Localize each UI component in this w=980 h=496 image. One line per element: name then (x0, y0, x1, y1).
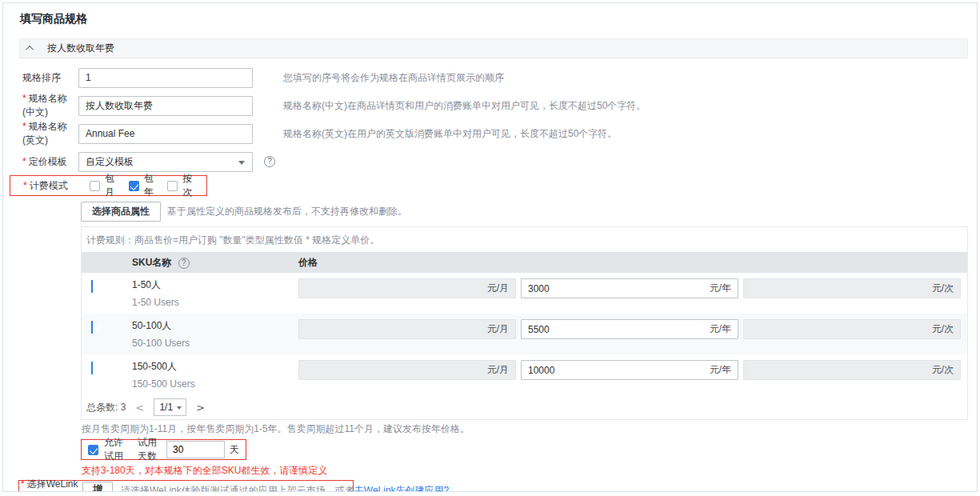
price-monthly-input-disabled: 元/月 (298, 319, 516, 339)
chevron-down-icon (238, 161, 245, 165)
sku-name-en: 150-500 Users (132, 378, 292, 390)
price-yearly-group: 元/年 (521, 278, 738, 298)
billing-option-yearly[interactable]: 包年 (129, 172, 158, 199)
pagination-page-value: 1/1 (159, 402, 173, 413)
trial-warning-text: 支持3-180天，对本规格下的全部SKU都生效，请谨慎定义 (82, 465, 968, 476)
price-yearly-input[interactable] (528, 365, 710, 376)
spec-panel-body: 规格排序 您填写的序号将会作为规格在商品详情页展示的顺序 规格名称(中文) 规格… (19, 58, 968, 492)
sku-table-header: SKU名称 ? 价格 (82, 252, 967, 273)
pricing-template-label: 定价模板 (22, 155, 78, 169)
price-yearly-group: 元/年 (521, 319, 738, 339)
sale-period-hint: 按月售卖周期为1-11月，按年售卖周期为1-5年。售卖周期超过11个月，建议发布… (82, 423, 968, 434)
welink-create-app-link[interactable]: 去WeLink先创建应用? (354, 485, 449, 492)
row-checkbox-checked-icon[interactable] (91, 280, 93, 293)
spec-order-hint: 您填写的序号将会作为规格在商品详情页展示的顺序 (283, 71, 504, 85)
trial-checkbox-checked-icon[interactable] (88, 445, 98, 455)
trial-allow-label: 允许试用 (104, 436, 127, 463)
spec-name-zh-input[interactable] (78, 96, 253, 116)
attribute-hint: 基于属性定义的商品规格发布后，不支持再修改和删除。 (167, 205, 407, 218)
welink-row: 选择WeLink应用 增加 请选择WeLink体验版测试通过的应用上架云市场，或… (18, 480, 354, 492)
checkbox-icon[interactable] (167, 181, 178, 191)
billing-option-monthly[interactable]: 包月 (90, 172, 118, 199)
pagination-next-icon[interactable]: > (196, 402, 205, 414)
chevron-down-icon (177, 406, 182, 410)
checkbox-checked-icon[interactable] (129, 181, 139, 191)
welink-label: 选择WeLink应用 (21, 478, 82, 493)
field-row-name-zh: 规格名称(中文) 规格名称(中文)在商品详情页和用户的消费账单中对用户可见，长度… (22, 95, 968, 116)
sku-name-zh: 150-500人 (132, 360, 292, 373)
price-per-use-input-disabled: 元/次 (743, 319, 961, 339)
spec-order-input[interactable] (78, 68, 253, 88)
price-monthly-input-disabled: 元/月 (298, 360, 516, 380)
page-title: 填写商品规格 (3, 3, 977, 26)
product-spec-card: 填写商品规格 按人数收取年费 规格排序 您填写的序号将会作为规格在商品详情页展示… (2, 2, 978, 492)
trial-days-input[interactable] (166, 441, 225, 458)
billing-mode-row: 计费模式 包月 包年 按次 (10, 175, 207, 196)
pricing-template-value: 自定义模板 (86, 155, 134, 169)
checkbox-icon[interactable] (90, 181, 100, 191)
sku-table-container: 计费规则：商品售价=用户订购 "数量"类型属性数值 * 规格定义单价。 SKU名… (81, 226, 968, 420)
pagination: 总条数: 3 < 1/1 > (82, 395, 967, 419)
price-yearly-input[interactable] (528, 283, 710, 294)
pagination-total: 总条数: 3 (86, 401, 126, 414)
sku-name-header: SKU名称 ? (132, 256, 292, 270)
spec-panel-header[interactable]: 按人数收取年费 (19, 38, 968, 58)
spec-name-zh-label: 规格名称(中文) (22, 92, 78, 119)
trial-row: 允许试用 试用天数 天 (81, 439, 246, 460)
sku-name-zh: 50-100人 (132, 319, 292, 332)
pricing-template-select[interactable]: 自定义模板 (78, 152, 253, 172)
field-row-spec-order: 规格排序 您填写的序号将会作为规格在商品详情页展示的顺序 (22, 67, 968, 88)
billing-option-per-use[interactable]: 按次 (167, 172, 196, 199)
welink-add-button[interactable]: 增加 (82, 482, 113, 493)
spec-name-en-input[interactable] (78, 124, 253, 144)
price-monthly-input-disabled: 元/月 (298, 278, 516, 298)
row-checkbox-checked-icon[interactable] (91, 321, 93, 334)
attribute-row: 选择商品属性 基于属性定义的商品规格发布后，不支持再修改和删除。 (81, 201, 968, 222)
spec-panel: 按人数收取年费 规格排序 您填写的序号将会作为规格在商品详情页展示的顺序 规格名… (19, 38, 968, 492)
table-row: 1-50人 1-50 Users 元/月 元/年 元/次 (82, 273, 967, 314)
question-icon[interactable]: ? (178, 258, 190, 269)
spec-name-zh-hint: 规格名称(中文)在商品详情页和用户的消费账单中对用户可见，长度不超过50个字符。 (283, 99, 646, 113)
question-icon[interactable]: ? (264, 156, 275, 167)
pagination-prev-icon[interactable]: < (135, 402, 144, 414)
sku-name-en: 1-50 Users (132, 296, 292, 309)
chevron-up-icon[interactable] (26, 46, 34, 54)
sku-name-zh: 1-50人 (132, 278, 292, 291)
table-row: 150-500人 150-500 Users 元/月 元/年 元/次 (82, 354, 967, 395)
spec-name-en-hint: 规格名称(英文)在用户的英文版消费账单中对用户可见，长度不超过50个字符。 (283, 127, 617, 141)
price-yearly-group: 元/年 (521, 360, 738, 380)
spec-name-en-label: 规格名称(英文) (22, 120, 78, 147)
billing-rule-text: 计费规则：商品售价=用户订购 "数量"类型属性数值 * 规格定义单价。 (82, 230, 967, 252)
billing-option-per-use-label: 按次 (182, 172, 196, 199)
table-row: 50-100人 50-100 Users 元/月 元/年 元/次 (82, 314, 967, 354)
field-row-name-en: 规格名称(英文) 规格名称(英文)在用户的英文版消费账单中对用户可见，长度不超过… (22, 123, 968, 144)
price-yearly-input[interactable] (528, 324, 710, 335)
row-checkbox-checked-icon[interactable] (91, 362, 93, 374)
sku-name-en: 50-100 Users (132, 337, 292, 350)
pagination-page-select[interactable]: 1/1 (154, 398, 186, 416)
billing-option-monthly-label: 包月 (105, 172, 118, 199)
price-per-use-input-disabled: 元/次 (743, 360, 961, 380)
select-attribute-button[interactable]: 选择商品属性 (81, 202, 161, 222)
price-header: 价格 (292, 256, 967, 270)
spec-order-label: 规格排序 (22, 71, 78, 85)
trial-days-unit: 天 (230, 443, 239, 457)
billing-mode-label: 计费模式 (23, 179, 90, 193)
field-row-pricing-template: 定价模板 自定义模板 ? (22, 151, 968, 172)
price-per-use-input-disabled: 元/次 (743, 278, 961, 298)
spec-panel-title: 按人数收取年费 (47, 42, 114, 55)
welink-hint: 请选择WeLink体验版测试通过的应用上架云市场，或者去WeLink先创建应用? (121, 484, 449, 492)
billing-option-yearly-label: 包年 (144, 172, 158, 199)
trial-days-label: 试用天数 (138, 436, 161, 463)
